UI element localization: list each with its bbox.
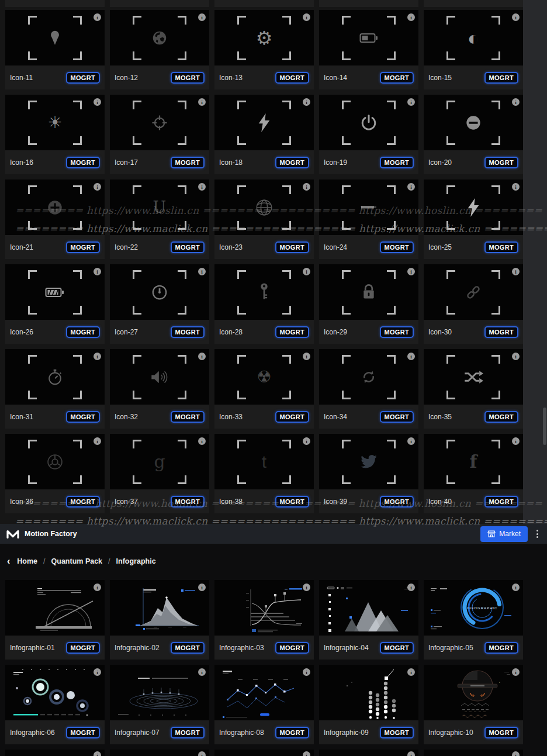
infographic-card-preview[interactable]: i (5, 580, 105, 636)
mogrt-button[interactable]: MOGRT (484, 241, 518, 253)
market-button[interactable]: Market (480, 526, 528, 542)
mogrt-button[interactable]: MOGRT (171, 157, 205, 168)
mogrt-button[interactable]: MOGRT (171, 72, 205, 84)
mogrt-button[interactable]: MOGRT (66, 157, 100, 168)
mogrt-button[interactable]: MOGRT (171, 241, 205, 253)
icon-card[interactable]: i Icon-26 MOGRT (5, 264, 105, 344)
mogrt-button[interactable]: MOGRT (275, 411, 309, 423)
mogrt-button[interactable]: MOGRT (275, 496, 309, 508)
mogrt-button[interactable]: MOGRT (380, 727, 414, 738)
mogrt-button[interactable]: MOGRT (66, 411, 100, 423)
info-icon[interactable]: i (94, 584, 101, 591)
info-icon[interactable]: i (94, 98, 101, 106)
mogrt-button[interactable]: MOGRT (275, 727, 309, 738)
icon-card[interactable]: i Icon-36 MOGRT (5, 434, 105, 513)
icon-card-preview[interactable]: i (110, 95, 209, 150)
info-icon[interactable]: i (94, 183, 101, 191)
icon-card[interactable]: i Icon-11 MOGRT (5, 10, 105, 89)
mogrt-button[interactable]: MOGRT (484, 727, 518, 738)
infographic-card-preview[interactable]: i (424, 665, 523, 720)
mogrt-button[interactable]: MOGRT (275, 157, 309, 168)
mogrt-button[interactable]: MOGRT (275, 241, 309, 253)
mogrt-button[interactable]: MOGRT (380, 411, 414, 423)
info-icon[interactable]: i (198, 183, 206, 191)
icon-card[interactable]: ⚙ i Icon-13 MOGRT (214, 10, 314, 89)
mogrt-button[interactable]: MOGRT (380, 241, 414, 253)
infographic-card[interactable]: i Infographic-04 MOGRT (319, 580, 418, 660)
info-icon[interactable]: i (94, 13, 101, 21)
icon-card-preview[interactable]: U i (110, 179, 209, 235)
icon-card[interactable]: ◐ i Icon-15 MOGRT (424, 10, 523, 89)
infographic-card[interactable]: i Infographic-10 MOGRT (424, 665, 523, 744)
infographic-card-preview[interactable]: i (214, 580, 314, 636)
info-icon[interactable]: i (198, 98, 206, 106)
infographic-card-preview[interactable]: i (214, 665, 314, 720)
mogrt-button[interactable]: MOGRT (484, 157, 518, 168)
infographic-card-preview[interactable]: INFOGRAPHIC i (424, 580, 523, 636)
infographic-card[interactable]: i Infographic-08 MOGRT (214, 665, 314, 744)
icon-card-preview[interactable]: i (424, 179, 523, 235)
mogrt-button[interactable]: MOGRT (380, 642, 414, 654)
breadcrumb-home[interactable]: Home (17, 557, 37, 565)
mogrt-button[interactable]: MOGRT (171, 642, 205, 654)
icon-card-preview[interactable]: i (319, 349, 418, 405)
info-icon[interactable]: i (512, 98, 520, 106)
info-icon[interactable]: i (303, 353, 310, 360)
info-icon[interactable]: i (407, 437, 415, 445)
mogrt-button[interactable]: MOGRT (484, 72, 518, 84)
info-icon[interactable]: i (94, 353, 101, 360)
info-icon[interactable]: i (407, 98, 415, 106)
info-icon[interactable]: i (407, 584, 415, 591)
icon-card-preview[interactable]: ☀ i (5, 95, 105, 150)
icon-card[interactable]: i Icon-18 MOGRT (214, 95, 314, 174)
icon-card-preview[interactable]: i (110, 10, 209, 65)
infographic-card-preview[interactable]: i (110, 665, 209, 720)
info-icon[interactable]: i (94, 751, 101, 756)
info-icon[interactable]: i (198, 353, 206, 360)
info-icon[interactable]: i (512, 584, 520, 591)
icon-card[interactable]: i Icon-32 MOGRT (110, 349, 209, 429)
infographic-card-preview[interactable]: i (5, 665, 105, 720)
info-icon[interactable]: i (303, 268, 310, 275)
icon-card[interactable]: i Icon-35 MOGRT (424, 349, 523, 429)
mogrt-button[interactable]: MOGRT (66, 72, 100, 84)
icon-card-preview[interactable]: i (214, 179, 314, 235)
info-icon[interactable]: i (303, 98, 310, 106)
info-icon[interactable]: i (303, 751, 310, 756)
infographic-card-preview[interactable]: i (110, 580, 209, 636)
icon-card-preview[interactable]: i (5, 434, 105, 489)
mogrt-button[interactable]: MOGRT (484, 496, 518, 508)
info-icon[interactable]: i (198, 13, 206, 21)
infographic-card-preview[interactable]: i (319, 665, 418, 720)
info-icon[interactable]: i (512, 668, 520, 676)
icon-card-preview[interactable]: i (319, 434, 418, 489)
icon-card[interactable]: i Icon-21 MOGRT (5, 179, 105, 259)
icon-card[interactable]: i Icon-23 MOGRT (214, 179, 314, 259)
icon-card[interactable]: t i Icon-38 MOGRT (214, 434, 314, 513)
mogrt-button[interactable]: MOGRT (275, 72, 309, 84)
icon-card[interactable]: ☢ i Icon-33 MOGRT (214, 349, 314, 429)
info-icon[interactable]: i (512, 751, 520, 756)
icon-card-preview[interactable]: i (424, 95, 523, 150)
mogrt-button[interactable]: MOGRT (484, 411, 518, 423)
infographic-card[interactable]: i Infographic-02 MOGRT (110, 580, 209, 660)
mogrt-button[interactable]: MOGRT (171, 326, 205, 338)
icon-card[interactable]: i Icon-20 MOGRT (424, 95, 523, 174)
info-icon[interactable]: i (407, 183, 415, 191)
icon-card[interactable]: i Icon-17 MOGRT (110, 95, 209, 174)
info-icon[interactable]: i (94, 268, 101, 275)
mogrt-button[interactable]: MOGRT (66, 326, 100, 338)
info-icon[interactable]: i (303, 668, 310, 676)
icon-card-preview[interactable]: i (5, 179, 105, 235)
info-icon[interactable]: i (303, 437, 310, 445)
icon-card[interactable]: i Icon-19 MOGRT (319, 95, 418, 174)
info-icon[interactable]: i (94, 668, 101, 676)
info-icon[interactable]: i (512, 353, 520, 360)
icon-card[interactable]: i Icon-27 MOGRT (110, 264, 209, 344)
info-icon[interactable]: i (303, 584, 310, 591)
mogrt-button[interactable]: MOGRT (380, 496, 414, 508)
icon-card-preview[interactable]: i (110, 349, 209, 405)
icon-card-preview[interactable]: i (5, 264, 105, 320)
info-icon[interactable]: i (303, 13, 310, 21)
icon-card[interactable]: i Icon-28 MOGRT (214, 264, 314, 344)
